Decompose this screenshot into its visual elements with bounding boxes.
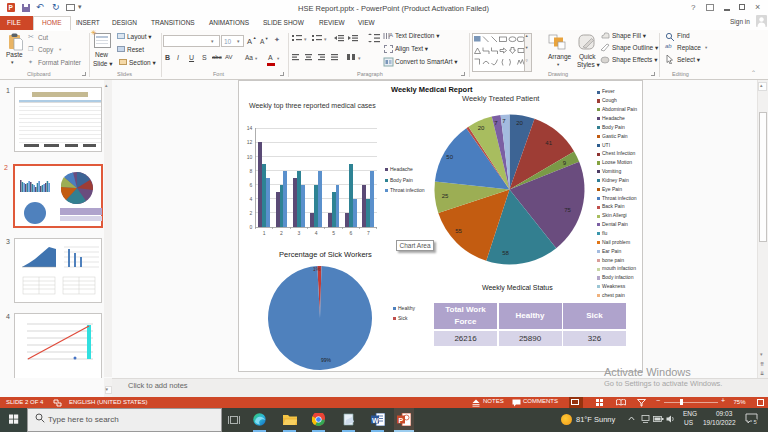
svg-text:2: 2 <box>250 210 253 216</box>
svg-text:4: 4 <box>315 230 318 236</box>
svg-text:0: 0 <box>250 224 253 230</box>
svg-text:12: 12 <box>247 139 253 145</box>
svg-text:10: 10 <box>247 154 253 160</box>
svg-text:P: P <box>399 417 404 424</box>
svg-text:55: 55 <box>455 228 462 234</box>
svg-text:A: A <box>389 32 393 38</box>
svg-text:50: 50 <box>446 154 453 160</box>
svg-text:14: 14 <box>247 125 253 131</box>
svg-text:41: 41 <box>545 140 552 146</box>
svg-text:▾: ▾ <box>324 36 327 42</box>
svg-text:W: W <box>372 417 379 424</box>
svg-text:7: 7 <box>367 230 370 236</box>
svg-text:75: 75 <box>564 207 571 213</box>
svg-text:2: 2 <box>280 230 283 236</box>
svg-text:3: 3 <box>298 230 301 236</box>
svg-text:6: 6 <box>350 230 353 236</box>
svg-text:▾: ▾ <box>304 36 307 42</box>
svg-text:58: 58 <box>502 250 509 256</box>
svg-text:6: 6 <box>250 182 253 188</box>
svg-text:5: 5 <box>332 230 335 236</box>
svg-text:8: 8 <box>250 168 253 174</box>
svg-text:▾: ▾ <box>358 55 361 61</box>
svg-text:25: 25 <box>442 193 449 199</box>
svg-text:4: 4 <box>250 196 253 202</box>
svg-text:20: 20 <box>478 125 485 131</box>
svg-text:20: 20 <box>516 120 523 126</box>
svg-text:1: 1 <box>263 230 266 236</box>
